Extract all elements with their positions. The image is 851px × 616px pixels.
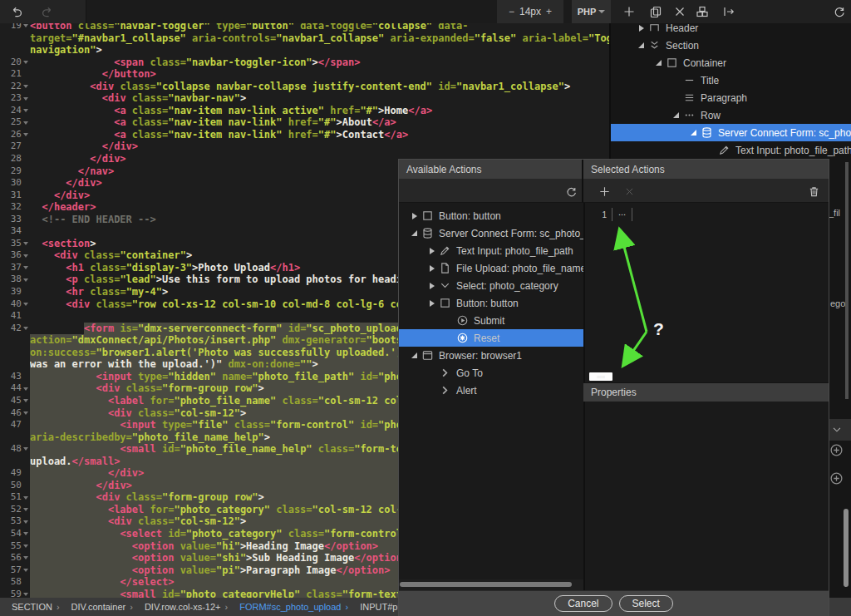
fold-marker-icon[interactable]: [22, 491, 30, 504]
add-circle-icon[interactable]: [829, 443, 844, 457]
fold-marker-icon[interactable]: [22, 262, 30, 274]
tree-item[interactable]: Submit: [399, 312, 583, 329]
selected-action-row[interactable]: 1 ...: [597, 207, 829, 222]
breadcrumb-item[interactable]: DIV.row.col-xs-12+›: [145, 602, 228, 612]
tree-item[interactable]: Server Connect Form: sc_photo_u: [611, 124, 851, 141]
code-row[interactable]: 24 <a class="nav-item nav-link active" h…: [0, 105, 609, 117]
tree-item[interactable]: Text Input: photo_file_path: [399, 242, 583, 259]
tree-item[interactable]: Reset: [399, 329, 583, 347]
fold-marker-icon[interactable]: [22, 589, 30, 598]
fold-marker-icon[interactable]: [22, 298, 30, 311]
breadcrumb-item[interactable]: DIV.container›: [71, 602, 133, 612]
line-number: [0, 32, 22, 45]
fold-marker-icon[interactable]: [22, 249, 30, 262]
code-row[interactable]: target="#navbar1_collapse" aria-controls…: [0, 32, 609, 45]
fold-marker-icon[interactable]: [22, 23, 30, 32]
tree-item[interactable]: File Upload: photo_file_name: [399, 259, 583, 277]
add-icon[interactable]: [619, 2, 639, 21]
scrollbar-handle[interactable]: [844, 509, 849, 587]
tree-item[interactable]: Button: button: [399, 294, 583, 312]
add-icon[interactable]: [595, 182, 613, 200]
line-number: 49: [0, 467, 22, 480]
collapse-arrow-icon[interactable]: [636, 42, 647, 48]
cancel-button[interactable]: Cancel: [554, 595, 612, 612]
fold-marker-icon[interactable]: [22, 116, 30, 129]
fold-marker-icon[interactable]: [22, 564, 30, 577]
expand-arrow-icon[interactable]: [409, 213, 420, 219]
copy-icon[interactable]: [646, 2, 666, 21]
fold-marker-icon[interactable]: [22, 129, 30, 141]
refresh-icon[interactable]: [829, 2, 849, 21]
tree-item[interactable]: Browser: browser1: [399, 347, 583, 364]
tree-item[interactable]: Select: photo_category: [399, 277, 583, 294]
collapse-arrow-icon[interactable]: [409, 352, 420, 358]
code-row[interactable]: 26 <a class="nav-item nav-link" href="#"…: [0, 129, 609, 141]
row-cell[interactable]: ...: [612, 208, 632, 221]
delete-icon[interactable]: [670, 2, 690, 21]
collapse-arrow-icon[interactable]: [671, 112, 681, 118]
code-row[interactable]: navigation">: [0, 44, 609, 57]
fold-marker-icon[interactable]: [22, 105, 30, 117]
expand-arrow-icon[interactable]: [426, 283, 437, 289]
fold-marker-icon[interactable]: [22, 407, 30, 420]
fold-marker-icon[interactable]: [22, 552, 30, 564]
fold-marker-icon[interactable]: [22, 515, 30, 528]
fold-marker-icon[interactable]: [22, 57, 30, 69]
fold-marker-icon[interactable]: [22, 540, 30, 553]
scrollbar-horizontal[interactable]: [399, 579, 585, 590]
tree-item[interactable]: Header: [611, 23, 851, 37]
code-row[interactable]: 25 <a class="nav-item nav-link" href="#"…: [0, 116, 609, 129]
collapse-arrow-icon[interactable]: [653, 60, 664, 66]
trash-icon[interactable]: [804, 182, 823, 200]
collapse-panel-button[interactable]: [829, 419, 851, 441]
breadcrumb-item[interactable]: FORM#sc_photo_upload›: [239, 602, 348, 612]
add-circle-icon[interactable]: [829, 471, 844, 485]
language-mode-dropdown[interactable]: PHP: [572, 0, 611, 23]
line-number: 58: [0, 576, 22, 589]
select-button[interactable]: Select: [619, 595, 673, 612]
fold-marker-icon[interactable]: [22, 528, 30, 540]
fold-marker-icon[interactable]: [22, 395, 30, 407]
code-row[interactable]: 19<button class="navbar-toggler" type="b…: [0, 23, 609, 32]
components-icon[interactable]: [692, 2, 712, 21]
breadcrumb-item[interactable]: SECTION›: [12, 602, 60, 612]
expand-arrow-icon[interactable]: [426, 248, 437, 254]
tree-item[interactable]: Text Input: photo_file_path: [611, 141, 851, 159]
undo-icon[interactable]: [7, 2, 27, 21]
tree-item[interactable]: Alert: [399, 382, 583, 399]
decrease-font-icon[interactable]: −: [509, 6, 514, 17]
code-row[interactable]: 27 </div>: [0, 140, 609, 153]
tree-item[interactable]: Paragraph: [611, 89, 851, 106]
fold-marker-icon[interactable]: [22, 81, 30, 93]
tree-item[interactable]: Button: button: [399, 207, 583, 224]
expand-arrow-icon[interactable]: [426, 265, 437, 272]
fold-marker-icon[interactable]: [22, 238, 30, 250]
move-into-icon[interactable]: [719, 2, 739, 21]
collapse-arrow-icon[interactable]: [688, 130, 699, 136]
tree-item[interactable]: Title: [611, 71, 851, 89]
remove-icon[interactable]: [620, 182, 638, 200]
fold-marker-icon[interactable]: [22, 382, 30, 395]
code-row[interactable]: 22 <div class="collapse navbar-collapse …: [0, 81, 609, 93]
collapse-arrow-icon[interactable]: [409, 230, 420, 236]
fold-marker-icon[interactable]: [22, 92, 30, 105]
expand-arrow-icon[interactable]: [636, 25, 647, 32]
code-row[interactable]: 23 <div class="navbar-nav">: [0, 92, 609, 105]
fold-marker-icon[interactable]: [22, 323, 30, 335]
increase-font-icon[interactable]: +: [546, 6, 552, 17]
refresh-icon[interactable]: [562, 182, 580, 200]
expand-arrow-icon[interactable]: [426, 300, 437, 307]
scrollbar-vertical[interactable]: [845, 162, 849, 399]
selected-actions-list[interactable]: 1 ...: [585, 203, 829, 382]
fold-marker-icon[interactable]: [22, 443, 30, 456]
tree-item[interactable]: Row: [611, 106, 851, 124]
code-row[interactable]: 21 </button>: [0, 68, 609, 81]
tree-item[interactable]: Container: [611, 54, 851, 71]
fold-marker-icon[interactable]: [22, 274, 30, 286]
tree-item[interactable]: Go To: [399, 364, 583, 382]
fold-marker-icon[interactable]: [22, 504, 30, 516]
redo-icon[interactable]: [37, 2, 57, 21]
tree-item[interactable]: Section: [611, 37, 851, 54]
tree-item[interactable]: Server Connect Form: sc_photo_uploa: [399, 224, 583, 242]
code-row[interactable]: 20 <span class="navbar-toggler-icon"></s…: [0, 57, 609, 69]
